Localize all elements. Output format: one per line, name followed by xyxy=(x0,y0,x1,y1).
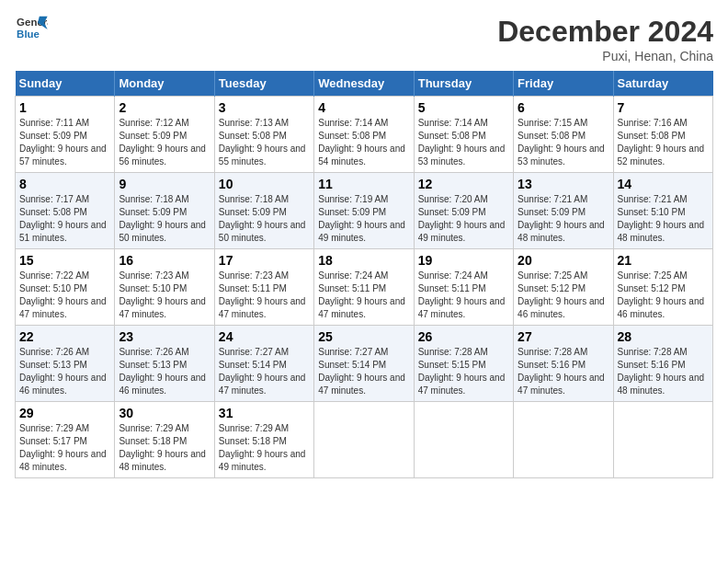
table-row: 10 Sunrise: 7:18 AMSunset: 5:09 PMDaylig… xyxy=(214,173,313,249)
day-info: Sunrise: 7:28 AMSunset: 5:15 PMDaylight:… xyxy=(418,347,506,396)
calendar-row: 22 Sunrise: 7:26 AMSunset: 5:13 PMDaylig… xyxy=(16,326,713,402)
table-row: 16 Sunrise: 7:23 AMSunset: 5:10 PMDaylig… xyxy=(115,249,214,326)
table-row: 27 Sunrise: 7:28 AMSunset: 5:16 PMDaylig… xyxy=(514,326,613,402)
day-info: Sunrise: 7:23 AMSunset: 5:11 PMDaylight:… xyxy=(219,270,306,319)
day-number: 20 xyxy=(518,253,609,268)
table-row: 24 Sunrise: 7:27 AMSunset: 5:14 PMDaylig… xyxy=(214,326,313,402)
day-info: Sunrise: 7:24 AMSunset: 5:11 PMDaylight:… xyxy=(318,270,405,319)
day-info: Sunrise: 7:26 AMSunset: 5:13 PMDaylight:… xyxy=(119,347,206,396)
table-row: 7 Sunrise: 7:16 AMSunset: 5:08 PMDayligh… xyxy=(613,97,712,173)
svg-text:Blue: Blue xyxy=(17,29,40,40)
day-number: 9 xyxy=(119,177,210,191)
table-row: 13 Sunrise: 7:21 AMSunset: 5:09 PMDaylig… xyxy=(514,173,613,249)
table-row: 25 Sunrise: 7:27 AMSunset: 5:14 PMDaylig… xyxy=(314,326,414,402)
day-info: Sunrise: 7:20 AMSunset: 5:09 PMDaylight:… xyxy=(418,194,506,243)
day-number: 28 xyxy=(618,329,709,344)
col-tuesday: Tuesday xyxy=(214,71,313,97)
table-row: 28 Sunrise: 7:28 AMSunset: 5:16 PMDaylig… xyxy=(613,326,712,402)
day-info: Sunrise: 7:25 AMSunset: 5:12 PMDaylight:… xyxy=(618,270,705,319)
table-row: 9 Sunrise: 7:18 AMSunset: 5:09 PMDayligh… xyxy=(115,173,214,249)
table-row: 14 Sunrise: 7:21 AMSunset: 5:10 PMDaylig… xyxy=(613,173,712,249)
day-info: Sunrise: 7:21 AMSunset: 5:10 PMDaylight:… xyxy=(618,194,705,243)
day-number: 18 xyxy=(318,253,409,268)
day-number: 2 xyxy=(119,100,210,115)
day-number: 16 xyxy=(119,253,210,268)
day-number: 5 xyxy=(418,100,509,115)
day-info: Sunrise: 7:17 AMSunset: 5:08 PMDaylight:… xyxy=(19,194,107,243)
day-number: 27 xyxy=(518,329,609,344)
day-info: Sunrise: 7:29 AMSunset: 5:18 PMDaylight:… xyxy=(119,423,206,472)
col-sunday: Sunday xyxy=(16,71,115,97)
calendar-row: 29 Sunrise: 7:29 AMSunset: 5:17 PMDaylig… xyxy=(16,402,713,478)
day-info: Sunrise: 7:21 AMSunset: 5:09 PMDaylight:… xyxy=(518,194,605,243)
day-info: Sunrise: 7:16 AMSunset: 5:08 PMDaylight:… xyxy=(618,118,705,167)
day-number: 21 xyxy=(618,253,709,268)
day-number: 10 xyxy=(219,177,310,191)
table-row: 12 Sunrise: 7:20 AMSunset: 5:09 PMDaylig… xyxy=(414,173,513,249)
col-wednesday: Wednesday xyxy=(314,71,414,97)
header-row: Sunday Monday Tuesday Wednesday Thursday… xyxy=(16,71,713,97)
table-row xyxy=(613,402,712,478)
col-thursday: Thursday xyxy=(414,71,513,97)
calendar-row: 8 Sunrise: 7:17 AMSunset: 5:08 PMDayligh… xyxy=(16,173,713,249)
table-row: 2 Sunrise: 7:12 AMSunset: 5:09 PMDayligh… xyxy=(115,97,214,173)
col-friday: Friday xyxy=(514,71,613,97)
day-info: Sunrise: 7:19 AMSunset: 5:09 PMDaylight:… xyxy=(318,194,405,243)
day-info: Sunrise: 7:27 AMSunset: 5:14 PMDaylight:… xyxy=(318,347,405,396)
day-number: 23 xyxy=(119,329,210,344)
day-number: 11 xyxy=(318,177,409,191)
day-info: Sunrise: 7:29 AMSunset: 5:17 PMDaylight:… xyxy=(19,423,107,472)
table-row: 1 Sunrise: 7:11 AMSunset: 5:09 PMDayligh… xyxy=(16,97,115,173)
table-row: 19 Sunrise: 7:24 AMSunset: 5:11 PMDaylig… xyxy=(414,249,513,326)
day-number: 6 xyxy=(518,100,609,115)
title-block: December 2024 Puxi, Henan, China xyxy=(497,15,713,63)
day-number: 19 xyxy=(418,253,509,268)
month-title: December 2024 xyxy=(497,15,713,49)
table-row: 30 Sunrise: 7:29 AMSunset: 5:18 PMDaylig… xyxy=(115,402,214,478)
col-monday: Monday xyxy=(115,71,214,97)
table-row: 29 Sunrise: 7:29 AMSunset: 5:17 PMDaylig… xyxy=(16,402,115,478)
table-row: 18 Sunrise: 7:24 AMSunset: 5:11 PMDaylig… xyxy=(314,249,414,326)
calendar-table: Sunday Monday Tuesday Wednesday Thursday… xyxy=(15,71,713,478)
table-row: 20 Sunrise: 7:25 AMSunset: 5:12 PMDaylig… xyxy=(514,249,613,326)
day-info: Sunrise: 7:27 AMSunset: 5:14 PMDaylight:… xyxy=(219,347,306,396)
calendar-row: 1 Sunrise: 7:11 AMSunset: 5:09 PMDayligh… xyxy=(16,97,713,173)
table-row xyxy=(514,402,613,478)
day-info: Sunrise: 7:14 AMSunset: 5:08 PMDaylight:… xyxy=(318,118,405,167)
day-info: Sunrise: 7:25 AMSunset: 5:12 PMDaylight:… xyxy=(518,270,605,319)
table-row xyxy=(414,402,513,478)
day-number: 4 xyxy=(318,100,409,115)
day-info: Sunrise: 7:23 AMSunset: 5:10 PMDaylight:… xyxy=(119,270,206,319)
table-row: 3 Sunrise: 7:13 AMSunset: 5:08 PMDayligh… xyxy=(214,97,313,173)
table-row: 5 Sunrise: 7:14 AMSunset: 5:08 PMDayligh… xyxy=(414,97,513,173)
location: Puxi, Henan, China xyxy=(497,49,713,63)
day-info: Sunrise: 7:18 AMSunset: 5:09 PMDaylight:… xyxy=(219,194,306,243)
table-row: 26 Sunrise: 7:28 AMSunset: 5:15 PMDaylig… xyxy=(414,326,513,402)
logo-icon: General Blue xyxy=(15,15,48,42)
day-number: 26 xyxy=(418,329,509,344)
table-row: 11 Sunrise: 7:19 AMSunset: 5:09 PMDaylig… xyxy=(314,173,414,249)
day-number: 24 xyxy=(219,329,310,344)
day-number: 25 xyxy=(318,329,409,344)
day-info: Sunrise: 7:22 AMSunset: 5:10 PMDaylight:… xyxy=(19,270,107,319)
day-info: Sunrise: 7:13 AMSunset: 5:08 PMDaylight:… xyxy=(219,118,306,167)
day-number: 8 xyxy=(19,177,110,191)
day-number: 3 xyxy=(219,100,310,115)
day-info: Sunrise: 7:11 AMSunset: 5:09 PMDaylight:… xyxy=(19,118,107,167)
day-info: Sunrise: 7:14 AMSunset: 5:08 PMDaylight:… xyxy=(418,118,506,167)
day-info: Sunrise: 7:12 AMSunset: 5:09 PMDaylight:… xyxy=(119,118,206,167)
day-number: 30 xyxy=(119,406,210,420)
day-number: 15 xyxy=(19,253,110,268)
day-number: 17 xyxy=(219,253,310,268)
table-row: 17 Sunrise: 7:23 AMSunset: 5:11 PMDaylig… xyxy=(214,249,313,326)
day-number: 13 xyxy=(518,177,609,191)
day-info: Sunrise: 7:28 AMSunset: 5:16 PMDaylight:… xyxy=(518,347,605,396)
table-row: 8 Sunrise: 7:17 AMSunset: 5:08 PMDayligh… xyxy=(16,173,115,249)
day-number: 12 xyxy=(418,177,509,191)
day-number: 29 xyxy=(19,406,110,420)
table-row: 21 Sunrise: 7:25 AMSunset: 5:12 PMDaylig… xyxy=(613,249,712,326)
day-info: Sunrise: 7:28 AMSunset: 5:16 PMDaylight:… xyxy=(618,347,705,396)
day-info: Sunrise: 7:29 AMSunset: 5:18 PMDaylight:… xyxy=(219,423,306,472)
day-info: Sunrise: 7:18 AMSunset: 5:09 PMDaylight:… xyxy=(119,194,206,243)
calendar-row: 15 Sunrise: 7:22 AMSunset: 5:10 PMDaylig… xyxy=(16,249,713,326)
